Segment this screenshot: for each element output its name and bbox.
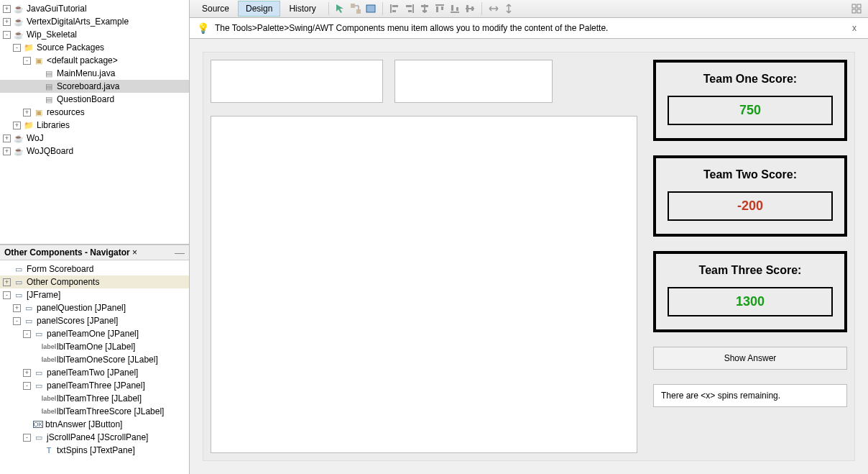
expand-icon[interactable]: + — [13, 304, 21, 312]
label-icon: label — [43, 393, 55, 404]
lbl-team-three-score: 1300 — [668, 287, 833, 316]
align-right-icon[interactable] — [402, 1, 417, 16]
show-answer-button[interactable]: Show Answer — [653, 347, 847, 370]
tab-history[interactable]: History — [281, 1, 323, 17]
expand-icon[interactable]: + — [23, 109, 31, 117]
tab-source[interactable]: Source — [194, 1, 237, 17]
svg-rect-19 — [466, 5, 468, 12]
tree-label: Other Components — [27, 277, 99, 287]
preview-icon[interactable] — [364, 1, 378, 16]
tab-design[interactable]: Design — [238, 1, 280, 17]
connection-mode-icon[interactable] — [348, 1, 363, 16]
svg-rect-0 — [351, 4, 355, 8]
tree-row[interactable]: -▣<default package> — [0, 54, 189, 67]
svg-rect-23 — [852, 9, 856, 13]
collapse-icon[interactable]: - — [23, 330, 31, 338]
label-icon: label — [43, 406, 55, 417]
align-center-h-icon[interactable] — [417, 1, 432, 16]
tree-row[interactable]: +▣resources — [0, 106, 189, 119]
panel-team-two[interactable]: Team Two Score: -200 — [653, 155, 847, 237]
close-icon[interactable]: × — [132, 247, 137, 257]
expand-icon[interactable]: + — [23, 369, 31, 377]
tree-row[interactable]: +▭Other Components — [0, 275, 189, 288]
panel-question-main[interactable] — [211, 116, 637, 453]
tree-row[interactable]: -▭panelTeamThree [JPanel] — [0, 379, 189, 392]
tree-row[interactable]: ▤QuestionBoard — [0, 93, 189, 106]
navigator-header: Other Components - Navigator × — — [0, 245, 189, 260]
panel-question-2[interactable] — [394, 60, 553, 103]
svg-rect-20 — [471, 6, 474, 11]
expand-icon[interactable]: + — [3, 278, 11, 286]
align-bottom-icon[interactable] — [448, 1, 462, 16]
collapse-icon[interactable]: - — [23, 382, 31, 390]
tree-label: lblTeamThree [JLabel] — [57, 393, 142, 404]
collapse-icon[interactable]: - — [13, 44, 21, 52]
tree-row[interactable]: +▭panelQuestion [JPanel] — [0, 301, 189, 314]
tree-row[interactable]: +📁Libraries — [0, 119, 189, 132]
tree-row[interactable]: -▭[JFrame] — [0, 288, 189, 301]
align-left-icon[interactable] — [387, 1, 402, 16]
tree-row[interactable]: ▭Form Scoreboard — [0, 263, 189, 275]
projects-tree[interactable]: +☕JavaGuiTutorial+☕VertexDigitalArts_Exa… — [0, 0, 189, 245]
java-project-icon: ☕ — [13, 132, 24, 144]
tree-label: WoJ — [27, 133, 44, 143]
tree-row[interactable]: labellblTeamThreeScore [JLabel] — [0, 405, 189, 418]
tree-label: Form Scoreboard — [27, 264, 93, 274]
tree-label: resources — [47, 107, 85, 117]
tree-row[interactable]: labellblTeamOne [JLabel] — [0, 340, 189, 353]
tree-row[interactable]: +▭panelTeamTwo [JPanel] — [0, 366, 189, 379]
collapse-icon[interactable]: - — [3, 31, 11, 39]
tree-row[interactable]: -▭jScrollPane4 [JScrollPane] — [0, 431, 189, 444]
panel-icon: ▭ — [13, 289, 24, 301]
label-icon: label — [43, 354, 55, 365]
form-frame[interactable]: Team One Score: 750 Team Two Score: -200… — [203, 52, 855, 461]
tree-label: panelTeamThree [JPanel] — [47, 380, 145, 391]
resize-h-icon[interactable] — [486, 1, 501, 16]
collapse-icon[interactable]: - — [13, 317, 21, 325]
tree-row[interactable]: -▭panelTeamOne [JPanel] — [0, 327, 189, 340]
align-top-icon[interactable] — [433, 1, 447, 16]
collapse-icon[interactable]: - — [3, 291, 11, 299]
minimize-icon[interactable]: — — [175, 247, 185, 258]
panel-question-1[interactable] — [211, 60, 383, 103]
txt-spins[interactable]: There are <x> spins remaining. — [653, 384, 847, 407]
expand-icon[interactable]: + — [13, 122, 21, 129]
tree-row[interactable]: -▭panelScores [JPanel] — [0, 314, 189, 327]
tree-row[interactable]: -☕Wip_Skeletal — [0, 28, 189, 41]
tip-close-button[interactable]: x — [848, 23, 861, 33]
expand-icon[interactable]: + — [3, 147, 11, 155]
tree-row[interactable]: labellblTeamThree [JLabel] — [0, 392, 189, 405]
grid-icon[interactable] — [849, 1, 864, 16]
navigator-tree[interactable]: ▭Form Scoreboard+▭Other Components-▭[JFr… — [0, 260, 189, 474]
design-canvas[interactable]: Team One Score: 750 Team Two Score: -200… — [190, 39, 868, 474]
expand-icon[interactable]: + — [3, 18, 11, 26]
tree-row[interactable]: ▤Scoreboard.java — [0, 80, 189, 93]
collapse-icon[interactable]: - — [23, 57, 31, 65]
expand-icon[interactable]: + — [3, 135, 11, 142]
panel-team-three[interactable]: Team Three Score: 1300 — [653, 251, 847, 332]
tree-row[interactable]: +☕WoJQBoard — [0, 145, 189, 158]
tree-row[interactable]: TtxtSpins [JTextPane] — [0, 444, 189, 457]
tree-row[interactable]: OKbtnAnswer [JButton] — [0, 418, 189, 431]
tree-row[interactable]: +☕JavaGuiTutorial — [0, 2, 189, 15]
tree-label: Wip_Skeletal — [27, 29, 77, 40]
svg-rect-10 — [421, 5, 428, 7]
textpane-icon: T — [43, 445, 55, 456]
tree-row[interactable]: -📁Source Packages — [0, 41, 189, 54]
align-center-v-icon[interactable] — [463, 1, 477, 16]
file-icon: ▤ — [43, 94, 55, 105]
expand-icon[interactable]: + — [3, 5, 11, 13]
resize-v-icon[interactable] — [502, 1, 516, 16]
tree-row[interactable]: ▤MainMenu.java — [0, 67, 189, 80]
tree-row[interactable]: +☕WoJ — [0, 132, 189, 145]
svg-rect-8 — [408, 10, 412, 12]
tree-label: [JFrame] — [27, 290, 60, 300]
tree-row[interactable]: +☕VertexDigitalArts_Example — [0, 15, 189, 28]
tree-row[interactable]: labellblTeamOneScore [JLabel] — [0, 353, 189, 366]
panel-team-one[interactable]: Team One Score: 750 — [653, 60, 847, 141]
java-project-icon: ☕ — [13, 16, 24, 27]
selection-mode-icon[interactable] — [333, 1, 348, 16]
tree-label: Scoreboard.java — [57, 81, 119, 91]
panel-icon: ▭ — [33, 367, 45, 378]
collapse-icon[interactable]: - — [23, 434, 31, 442]
